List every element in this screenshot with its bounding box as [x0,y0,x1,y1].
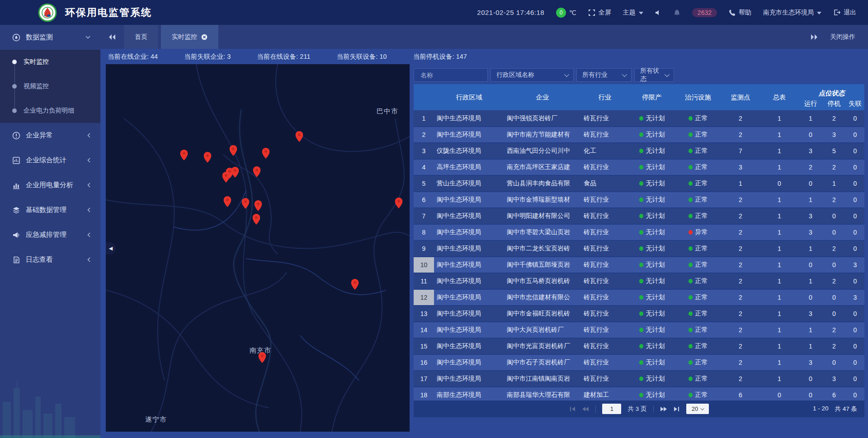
theme-dropdown[interactable]: 主题 [623,9,643,17]
prev-page-button[interactable] [582,406,589,412]
last-page-icon [674,406,680,412]
last-page-button[interactable] [674,406,680,412]
table-row[interactable]: 12阆中生态环境局阆中市忠信建材有限公砖瓦行业无计划正常21003 [414,289,864,306]
table-row[interactable]: 17阆中生态环境局阆中市江南镇阆南页岩砖瓦行业无计划正常21030 [414,371,864,387]
map-pin-icon[interactable] [180,150,188,162]
page-number-input[interactable]: 1 [602,404,621,414]
table-row[interactable]: 18南部生态环境局南部县瑞华大理石有限建材加工无计划正常60060 [414,387,864,400]
cell-run: 0 [799,175,822,192]
sidebar-item-label: 应急减排管理 [26,231,66,239]
map-pin-icon[interactable] [254,200,262,213]
map-pin-icon[interactable] [262,148,270,160]
map-pin-icon[interactable] [223,196,231,209]
cell-points: 2 [721,257,760,273]
sidebar-subitem-实时监控[interactable]: 实时监控 [0,50,100,74]
sidebar-item-企业用电量分析[interactable]: 企业用电量分析 [0,173,100,198]
table-row[interactable]: 16阆中生态环境局阆中市石子页岩机砖厂砖瓦行业无计划正常21300 [414,354,864,371]
table-row[interactable]: 3仪陇生态环境局西南油气田分公司川中化工无计划正常71350 [414,143,864,159]
chart-icon [12,181,20,189]
table-row[interactable]: 10阆中生态环境局阆中千佛镇五郎垭页岩砖瓦行业无计划正常21003 [414,257,864,273]
table-row[interactable]: 1阆中生态环境局阆中强锐页岩砖厂砖瓦行业无计划正常21120 [414,110,864,127]
map-pin-icon[interactable] [395,198,403,210]
fullscreen-button[interactable]: 全屏 [588,9,611,17]
sidebar-item-label: 企业综合统计 [26,156,66,165]
map-pin-icon[interactable] [230,145,237,158]
map-panel[interactable]: 巴中市南充市遂宁市 ◀ [106,64,410,432]
row-index: 3 [414,143,434,159]
enterprise-panel: 行政区域名称 所有行业 所有状态 [414,64,864,432]
table-row[interactable]: 11阆中生态环境局阆中市五马桥页岩机砖砖瓦行业无计划正常21120 [414,273,864,289]
table-row[interactable]: 15阆中生态环境局阆中市光富页岩机砖厂砖瓦行业无计划正常21120 [414,338,864,354]
skyline-decoration [0,370,100,438]
table-row[interactable]: 9阆中生态环境局阆中市二龙长宝页岩砖砖瓦行业无计划正常21120 [414,240,864,257]
status-select[interactable]: 所有状态 [634,68,674,82]
name-filter[interactable] [414,68,488,82]
sidebar-subitem-企业电力负荷明细[interactable]: 企业电力负荷明细 [0,99,100,123]
map-pin-icon[interactable] [253,214,260,226]
map-pin-icon[interactable] [259,352,266,365]
cell-run: 0 [799,127,822,143]
cell-run: 3 [799,143,822,159]
map-pin-icon[interactable] [231,167,239,179]
stats-icon [12,156,20,165]
map-pin-icon[interactable] [204,152,212,165]
mute-button[interactable] [655,9,662,16]
sidebar-item-应急减排管理[interactable]: 应急减排管理 [0,222,100,247]
notifications-button[interactable] [674,9,680,16]
range-label: 1 - 20 [813,405,829,413]
first-page-button[interactable] [569,406,576,412]
industry-select[interactable]: 所有行业 [576,68,632,82]
map-pin-icon[interactable] [242,198,250,211]
double-chevron-left-icon [108,34,116,40]
name-search-input[interactable] [420,71,482,79]
cell-facility: 正常 [675,192,721,208]
cell-industry: 砖瓦行业 [581,159,629,175]
sidebar-item-企业异常[interactable]: 企业异常 [0,123,100,148]
table-row[interactable]: 8阆中生态环境局阆中市枣碧大梁山页岩砖瓦行业无计划异常21300 [414,224,864,240]
cell-limit: 无计划 [629,338,675,354]
page-size-select[interactable]: 20 [686,404,709,414]
table-row[interactable]: 13阆中生态环境局阆中市金福旺页岩机砖砖瓦行业无计划正常21300 [414,306,864,322]
tab-home[interactable]: 首页 [124,25,158,49]
help-button[interactable]: 帮助 [729,9,751,17]
map-pin-icon[interactable] [296,131,303,144]
sidebar-subitem-视频监控[interactable]: 视频监控 [0,74,100,99]
org-dropdown[interactable]: 南充市生态环境局 [763,9,821,17]
cell-lost: 0 [846,371,864,387]
next-page-button[interactable] [660,406,667,412]
map-pin-icon[interactable] [253,166,260,179]
notification-count-badge[interactable]: 2632 [692,8,717,17]
chevron-down-icon [564,72,569,77]
table-row[interactable]: 2阆中生态环境局阆中市南方节能建材有砖瓦行业无计划正常21030 [414,127,864,143]
close-operations-button[interactable]: 关闭操作 [830,33,855,41]
status-ok-dot [689,328,693,332]
table-row[interactable]: 6阆中生态环境局阆中市金博瑞新型墙材砖瓦行业无计划正常21120 [414,192,864,208]
sidebar-item-基础数据管理[interactable]: 基础数据管理 [0,198,100,222]
region-select[interactable]: 行政区域名称 [491,68,574,82]
tab-realtime-monitor[interactable]: 实时监控 [161,25,218,49]
sidebar-item-数据监测[interactable]: 数据监测 [0,25,100,50]
table-row[interactable]: 5营山生态环境局营山县润丰肉食品有限食品无计划正常10010 [414,175,864,192]
close-icon[interactable] [201,34,208,40]
cell-lost: 0 [846,224,864,240]
map-pin-icon[interactable] [351,279,359,292]
cell-company: 阆中市南方节能建材有 [504,127,581,143]
tabs-scroll-left-button[interactable] [100,25,124,49]
chevron-down-icon [817,12,821,14]
status-ok-dot [689,279,693,283]
total-pages-label: 共 3 页 [627,405,646,413]
sidebar-item-日志查看[interactable]: 日志查看 [0,247,100,272]
cell-run: 0 [799,289,822,306]
sidebar-item-企业综合统计[interactable]: 企业综合统计 [0,148,100,173]
table-row[interactable]: 7阆中生态环境局阆中明阳建材有限公司砖瓦行业无计划正常21300 [414,208,864,224]
status-ok-dot [639,328,643,332]
cell-meters: 1 [760,338,799,354]
cell-points: 2 [721,110,760,127]
table-row[interactable]: 14阆中生态环境局阆中大兴页岩机砖厂砖瓦行业无计划正常21120 [414,322,864,338]
logout-button[interactable]: 退出 [833,9,856,17]
page-title: 环保用电监管系统 [65,6,152,19]
table-row[interactable]: 4高坪生态环境局南充市高坪区王家店建砖瓦行业无计划正常31220 [414,159,864,175]
col-group-point-status: 点位状态 [799,84,864,99]
double-chevron-right-icon[interactable] [810,34,818,40]
cell-company: 阆中市金博瑞新型墙材 [504,192,581,208]
